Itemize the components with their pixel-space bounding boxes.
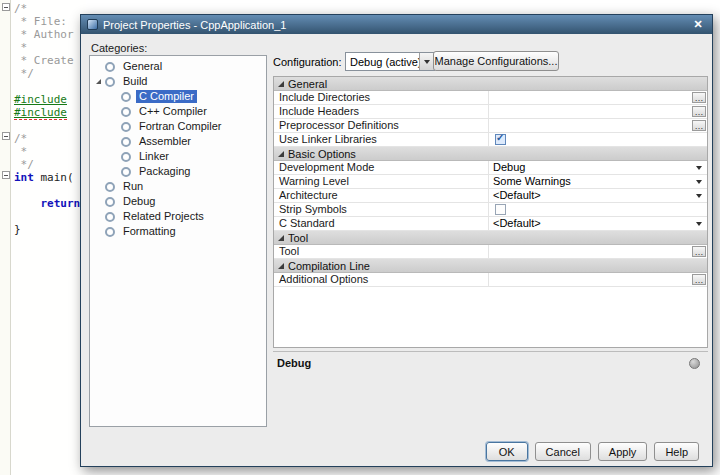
- tree-handle: [94, 61, 105, 72]
- tree-item-run[interactable]: Run: [90, 179, 266, 194]
- prop-value-architecture[interactable]: <Default>: [489, 189, 707, 202]
- tree-item-build[interactable]: Build: [90, 74, 266, 89]
- prop-row-strip-symbols: Strip Symbols: [274, 203, 707, 217]
- ellipsis-button[interactable]: …: [692, 246, 706, 257]
- tree-handle: [110, 136, 121, 147]
- code-line: */: [14, 158, 80, 171]
- category-icon: [121, 167, 131, 177]
- tree-handle: [94, 196, 105, 207]
- category-icon: [121, 137, 131, 147]
- code-line: * File:: [14, 15, 80, 28]
- fold-marker-icon[interactable]: [2, 171, 10, 179]
- ellipsis-button[interactable]: …: [692, 92, 706, 103]
- tree-item-label: Formatting: [120, 225, 179, 238]
- code-line: */: [14, 67, 80, 80]
- prop-row-warning-level: Warning LevelSome Warnings: [274, 175, 707, 189]
- ellipsis-button[interactable]: …: [692, 106, 706, 117]
- tree-item-c-compiler[interactable]: C Compiler: [90, 89, 266, 104]
- help-button[interactable]: Help: [654, 442, 699, 461]
- tree-item-fortran-compiler[interactable]: Fortran Compiler: [90, 119, 266, 134]
- prop-label: Architecture: [274, 189, 489, 202]
- tree-handle: [94, 181, 105, 192]
- checkbox[interactable]: ✓: [495, 134, 506, 145]
- ellipsis-button[interactable]: …: [692, 120, 706, 131]
- tree-handle: [110, 151, 121, 162]
- apply-button[interactable]: Apply: [598, 442, 648, 461]
- dropdown-value: <Default>: [493, 217, 541, 230]
- prop-value-development-mode[interactable]: Debug: [489, 161, 707, 174]
- prop-value-use-linker-libraries[interactable]: ✓: [489, 133, 707, 146]
- ellipsis-button[interactable]: …: [692, 274, 706, 285]
- section-basic-options[interactable]: Basic Options: [274, 147, 707, 161]
- prop-row-additional-options: Additional Options…: [274, 273, 707, 287]
- prop-value-include-headers: …: [489, 105, 707, 118]
- tree-handle: [110, 166, 121, 177]
- tree-handle: [94, 226, 105, 237]
- dropdown-value: Debug: [493, 161, 525, 174]
- dropdown-arrow-icon[interactable]: [696, 194, 702, 198]
- tree-handle: [94, 211, 105, 222]
- dropdown-value: <Default>: [493, 189, 541, 202]
- prop-label: C Standard: [274, 217, 489, 230]
- tree-collapse-icon[interactable]: [94, 76, 105, 87]
- code-line: [14, 184, 80, 197]
- dialog-title: Project Properties - CppApplication_1: [103, 19, 690, 31]
- section-label: Basic Options: [288, 148, 356, 160]
- prop-label: Development Mode: [274, 161, 489, 174]
- dropdown-arrow-icon[interactable]: [696, 222, 702, 226]
- dialog-titlebar[interactable]: Project Properties - CppApplication_1 ✕: [81, 15, 712, 34]
- section-compilation-line[interactable]: Compilation Line: [274, 259, 707, 273]
- prop-value-additional-options: …: [489, 273, 707, 286]
- code-editor[interactable]: /* * File: * Author * * Create */#includ…: [0, 0, 86, 475]
- categories-label: Categories:: [91, 42, 147, 54]
- tree-item-c-compiler[interactable]: C++ Compiler: [90, 104, 266, 119]
- section-general[interactable]: General: [274, 77, 707, 91]
- cancel-button[interactable]: Cancel: [535, 442, 591, 461]
- prop-value-c-standard[interactable]: <Default>: [489, 217, 707, 230]
- section-label: General: [288, 78, 327, 90]
- configuration-label: Configuration:: [273, 56, 342, 68]
- code-line: int main(: [14, 171, 80, 184]
- section-expand-icon: [278, 151, 284, 157]
- tree-item-general[interactable]: General: [90, 59, 266, 74]
- tree-item-linker[interactable]: Linker: [90, 149, 266, 164]
- prop-value-preprocessor-definitions: …: [489, 119, 707, 132]
- prop-row-development-mode: Development ModeDebug: [274, 161, 707, 175]
- tree-item-label: Related Projects: [120, 210, 207, 223]
- tree-item-packaging[interactable]: Packaging: [90, 164, 266, 179]
- categories-tree: GeneralBuildC CompilerC++ CompilerFortra…: [89, 55, 267, 427]
- prop-label: Include Headers: [274, 105, 489, 118]
- code-line: *: [14, 145, 80, 158]
- fold-marker-icon[interactable]: [2, 3, 10, 11]
- tree-item-assembler[interactable]: Assembler: [90, 134, 266, 149]
- ok-button[interactable]: OK: [486, 442, 528, 461]
- configuration-combobox[interactable]: Debug (active): [345, 52, 435, 71]
- prop-row-preprocessor-definitions: Preprocessor Definitions…: [274, 119, 707, 133]
- code-line: return: [14, 197, 80, 210]
- prop-value-warning-level[interactable]: Some Warnings: [489, 175, 707, 188]
- code-line: * Author: [14, 28, 80, 41]
- dialog-icon: [87, 19, 98, 30]
- tree-item-label: C++ Compiler: [136, 105, 210, 118]
- tree-item-formatting[interactable]: Formatting: [90, 224, 266, 239]
- prop-label: Use Linker Libraries: [274, 133, 489, 146]
- section-expand-icon: [278, 235, 284, 241]
- section-tool[interactable]: Tool: [274, 231, 707, 245]
- dropdown-arrow-icon[interactable]: [696, 180, 702, 184]
- dropdown-arrow-icon[interactable]: [696, 166, 702, 170]
- tree-item-label: Fortran Compiler: [136, 120, 225, 133]
- tree-item-label: Run: [120, 180, 146, 193]
- prop-value-strip-symbols[interactable]: [489, 203, 707, 216]
- fold-marker-icon[interactable]: [2, 132, 10, 140]
- category-icon: [105, 62, 115, 72]
- tree-item-related-projects[interactable]: Related Projects: [90, 209, 266, 224]
- prop-value-tool: …: [489, 245, 707, 258]
- combo-arrow-icon[interactable]: [419, 53, 434, 70]
- prop-row-c-standard: C Standard<Default>: [274, 217, 707, 231]
- tree-item-debug[interactable]: Debug: [90, 194, 266, 209]
- close-icon[interactable]: ✕: [690, 18, 706, 31]
- checkbox[interactable]: [495, 204, 506, 215]
- category-icon: [121, 122, 131, 132]
- prop-label: Include Directories: [274, 91, 489, 104]
- manage-configurations-button[interactable]: Manage Configurations...: [433, 51, 559, 71]
